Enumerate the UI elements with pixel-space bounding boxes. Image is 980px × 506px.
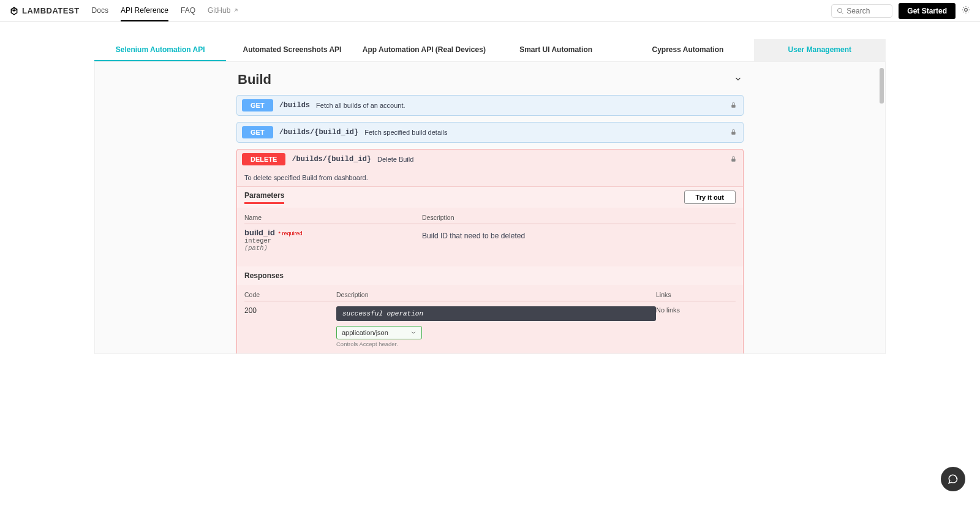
auth-lock[interactable] bbox=[730, 101, 737, 110]
param-row: build_id * required integer (path) Build… bbox=[244, 224, 736, 252]
mime-select[interactable]: application/json bbox=[336, 326, 422, 339]
response-message: successful operation bbox=[336, 306, 656, 321]
response-links: No links bbox=[656, 306, 736, 354]
parameters-header: Parameters Try it out bbox=[237, 187, 743, 208]
content-panel: Build GET /builds Fetch all builds of an… bbox=[94, 61, 886, 354]
auth-lock[interactable] bbox=[730, 128, 737, 137]
param-required: * required bbox=[278, 230, 302, 236]
top-nav: Docs API Reference FAQ GitHub bbox=[92, 0, 239, 21]
search-box[interactable] bbox=[831, 4, 892, 18]
tab-smart-ui[interactable]: Smart UI Automation bbox=[490, 39, 622, 61]
search-icon bbox=[837, 7, 844, 15]
nav-faq[interactable]: FAQ bbox=[181, 0, 195, 21]
col-name: Name bbox=[244, 214, 422, 221]
chevron-down-icon bbox=[410, 330, 417, 336]
endpoint-path: /builds/{build_id} bbox=[279, 128, 359, 137]
param-desc: Build ID that need to be deleted bbox=[422, 228, 736, 252]
mime-value: application/json bbox=[342, 329, 388, 336]
endpoint-delete-head[interactable]: DELETE /builds/{build_id} Delete Build bbox=[237, 149, 743, 169]
get-started-button[interactable]: Get Started bbox=[899, 3, 956, 19]
tab-app-automation[interactable]: App Automation API (Real Devices) bbox=[358, 39, 490, 61]
endpoint-path: /builds bbox=[279, 101, 310, 110]
endpoint-desc: Fetch specified build details bbox=[364, 129, 447, 136]
endpoint-delete-build: DELETE /builds/{build_id} Delete Build T… bbox=[236, 149, 744, 354]
lock-icon bbox=[730, 102, 737, 108]
header-right: Get Started bbox=[831, 3, 970, 19]
param-name: build_id bbox=[244, 228, 275, 237]
tab-user-management[interactable]: User Management bbox=[754, 39, 886, 61]
separator: | bbox=[383, 353, 385, 354]
svg-rect-2 bbox=[731, 105, 735, 108]
parameters-table: Name Description build_id * required int… bbox=[237, 208, 743, 266]
lock-icon bbox=[730, 129, 737, 135]
scrollbar[interactable] bbox=[880, 66, 884, 350]
chevron-down-icon bbox=[734, 75, 742, 83]
api-sub-tabs: Selenium Automation API Automated Screen… bbox=[94, 39, 886, 61]
search-input[interactable] bbox=[846, 7, 883, 15]
brand-icon bbox=[10, 7, 18, 15]
endpoint-desc: Delete Build bbox=[377, 156, 413, 163]
parameters-label: Parameters bbox=[244, 191, 284, 204]
response-code: 200 bbox=[244, 306, 336, 354]
method-badge: GET bbox=[242, 99, 273, 111]
section-header[interactable]: Build bbox=[232, 72, 748, 95]
col-description: Description bbox=[336, 291, 656, 298]
external-link-icon bbox=[233, 7, 239, 13]
endpoint-get-builds[interactable]: GET /builds Fetch all builds of an accou… bbox=[236, 95, 744, 116]
mime-note: Controls Accept header. bbox=[336, 341, 656, 347]
svg-point-1 bbox=[965, 9, 968, 12]
param-type: integer bbox=[244, 237, 422, 244]
try-it-out-button[interactable]: Try it out bbox=[684, 191, 736, 204]
nav-github-label: GitHub bbox=[208, 6, 230, 15]
nav-github[interactable]: GitHub bbox=[208, 0, 239, 21]
svg-rect-4 bbox=[731, 159, 735, 162]
scrollbar-thumb[interactable] bbox=[880, 68, 884, 104]
section-title: Build bbox=[238, 72, 271, 88]
method-badge: GET bbox=[242, 126, 273, 138]
section-collapse[interactable] bbox=[734, 75, 742, 85]
response-row: 200 successful operation application/jso… bbox=[244, 301, 736, 354]
endpoint-path: /builds/{build_id} bbox=[292, 155, 371, 164]
endpoint-desc: Fetch all builds of an account. bbox=[316, 102, 405, 109]
theme-toggle[interactable] bbox=[962, 6, 970, 16]
param-in: (path) bbox=[244, 244, 422, 252]
responses-table: Code Description Links 200 successful op… bbox=[237, 285, 743, 354]
auth-lock[interactable] bbox=[730, 155, 737, 164]
tab-screenshots[interactable]: Automated Screenshots API bbox=[226, 39, 358, 61]
sun-icon bbox=[962, 6, 970, 14]
lock-icon bbox=[730, 156, 737, 162]
schema-tab[interactable]: Schema bbox=[389, 353, 413, 354]
brand-logo[interactable]: LAMBDATEST bbox=[10, 6, 80, 15]
tab-cypress[interactable]: Cypress Automation bbox=[622, 39, 753, 61]
example-value-tab[interactable]: Example Value bbox=[336, 353, 379, 354]
col-description: Description bbox=[422, 214, 736, 221]
svg-point-0 bbox=[838, 8, 842, 12]
responses-label: Responses bbox=[237, 266, 743, 285]
tab-selenium[interactable]: Selenium Automation API bbox=[94, 39, 226, 61]
col-links: Links bbox=[656, 291, 736, 298]
endpoint-summary: To delete specified Build from dashboard… bbox=[237, 169, 743, 187]
nav-docs[interactable]: Docs bbox=[92, 0, 108, 21]
svg-rect-3 bbox=[731, 132, 735, 135]
brand-name: LAMBDATEST bbox=[22, 6, 80, 15]
endpoint-get-build[interactable]: GET /builds/{build_id} Fetch specified b… bbox=[236, 122, 744, 143]
method-badge: DELETE bbox=[242, 153, 285, 165]
col-code: Code bbox=[244, 291, 336, 298]
nav-api-reference[interactable]: API Reference bbox=[121, 0, 168, 21]
topbar: LAMBDATEST Docs API Reference FAQ GitHub… bbox=[0, 0, 980, 22]
